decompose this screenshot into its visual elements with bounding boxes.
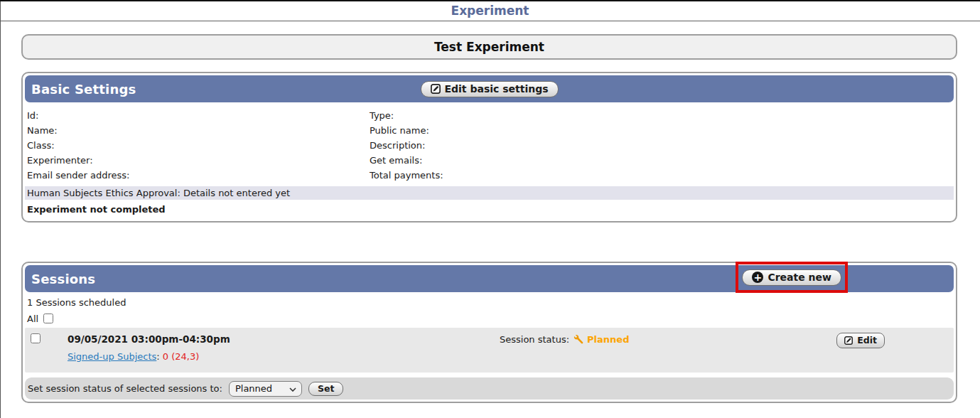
- field-label-class: Class:: [25, 138, 367, 153]
- select-all-checkbox[interactable]: [43, 314, 53, 323]
- field-label-get-emails: Get emails:: [367, 153, 954, 168]
- basic-settings-panel: Basic Settings Edit basic settings Id: T…: [21, 72, 957, 223]
- basic-settings-header: Basic Settings Edit basic settings: [25, 75, 954, 102]
- sessions-scheduled-summary: 1 Sessions scheduled: [27, 296, 954, 309]
- session-checkbox[interactable]: [31, 333, 41, 343]
- ethics-approval-note: Human Subjects Ethics Approval: Details …: [25, 186, 954, 200]
- completion-status: Experiment not completed: [25, 204, 954, 215]
- signed-up-subjects-link[interactable]: Signed-up Subjects: [68, 351, 156, 362]
- edit-icon: [430, 84, 440, 94]
- session-status-label: Session status:: [500, 334, 569, 345]
- create-new-label: Create new: [768, 272, 831, 283]
- experiment-name-box: Test Experiment: [21, 34, 957, 60]
- field-label-total-payments: Total payments:: [367, 168, 954, 183]
- page-left-border: [0, 1, 1, 418]
- session-row: 09/05/2021 03:00pm-04:30pm Signed-up Sub…: [25, 328, 954, 373]
- sessions-header: Sessions + Create new: [25, 265, 954, 292]
- edit-basic-settings-button[interactable]: Edit basic settings: [420, 81, 558, 97]
- signed-up-count: 0 (24,3): [163, 351, 200, 362]
- session-signup-line: Signed-up Subjects: 0 (24,3): [68, 350, 954, 363]
- field-label-description: Description:: [367, 138, 954, 153]
- select-all-row: All: [27, 313, 954, 324]
- edit-session-label: Edit: [857, 335, 877, 345]
- page-content: Test Experiment Basic Settings Edit basi…: [21, 34, 957, 403]
- edit-basic-settings-label: Edit basic settings: [444, 83, 548, 95]
- plus-circle-icon: +: [752, 272, 763, 283]
- sessions-panel: Sessions + Create new 1 Sessions schedul…: [21, 262, 957, 403]
- basic-settings-fields: Id: Type: Name: Public name: Class: Desc…: [25, 108, 954, 183]
- basic-settings-title: Basic Settings: [25, 82, 136, 97]
- field-label-id: Id:: [25, 108, 367, 123]
- experiment-name: Test Experiment: [434, 40, 544, 54]
- session-status-value: Planned: [587, 334, 629, 345]
- field-label-type: Type:: [367, 108, 954, 123]
- set-button[interactable]: Set: [308, 382, 343, 396]
- create-new-button[interactable]: + Create new: [742, 269, 841, 286]
- field-label-email-sender: Email sender address:: [25, 168, 367, 183]
- select-all-label: All: [27, 314, 38, 324]
- page-title: Experiment: [0, 1, 980, 21]
- set-status-bar: Set session status of selected sessions …: [25, 377, 954, 400]
- edit-icon: [844, 336, 853, 345]
- field-label-experimenter: Experimenter:: [25, 153, 367, 168]
- set-status-label: Set session status of selected sessions …: [28, 383, 222, 394]
- create-new-highlight: + Create new: [736, 262, 848, 293]
- status-select[interactable]: Planned: [229, 381, 302, 397]
- set-button-label: Set: [318, 383, 334, 394]
- sessions-title: Sessions: [25, 272, 95, 286]
- signed-up-separator: :: [156, 351, 159, 362]
- status-select-wrap: Planned: [229, 381, 302, 397]
- edit-session-button[interactable]: Edit: [836, 333, 885, 348]
- field-label-public-name: Public name:: [367, 123, 954, 138]
- field-label-name: Name:: [25, 123, 367, 138]
- wrench-icon: [573, 334, 583, 345]
- session-status: Session status: Planned: [500, 334, 629, 345]
